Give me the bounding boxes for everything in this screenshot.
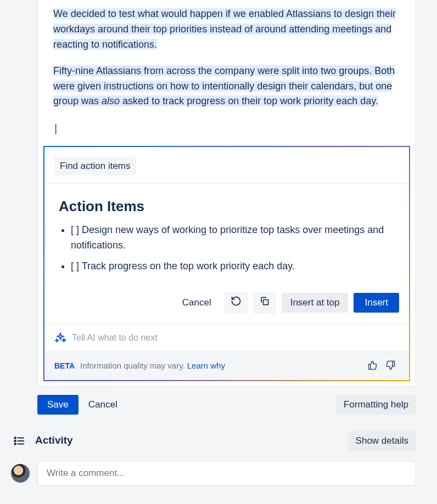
- ai-suggestion-panel: Find action items Action Items [ ] Desig…: [43, 146, 410, 381]
- copy-button[interactable]: [253, 292, 276, 314]
- svg-point-3: [14, 440, 16, 441]
- insert-button[interactable]: Insert: [354, 293, 399, 313]
- ai-action-bar: Cancel Insert at top Insert: [44, 280, 409, 324]
- copy-icon: [259, 296, 270, 309]
- ai-info-text: Information quality may vary.: [80, 360, 185, 372]
- retry-button[interactable]: [225, 292, 248, 314]
- retry-icon: [231, 296, 242, 309]
- paragraph-2-post: asked to track progress on their top wor…: [120, 95, 378, 106]
- list-item: [ ] Design new ways of working to priori…: [71, 223, 395, 253]
- svg-point-1: [14, 437, 16, 439]
- insert-at-top-button[interactable]: Insert at top: [282, 293, 349, 313]
- show-details-button[interactable]: Show details: [348, 431, 416, 451]
- thumbs-down-icon: [385, 364, 396, 372]
- comment-row: [11, 461, 416, 486]
- ai-footer: BETA Information quality may vary. Learn…: [44, 352, 409, 380]
- beta-badge: BETA: [54, 360, 75, 372]
- activity-title: Activity: [35, 433, 73, 449]
- editor-panel: We decided to test what would happen if …: [37, 0, 416, 387]
- action-items-list: [ ] Design new ways of working to priori…: [59, 223, 395, 274]
- cancel-edit-button[interactable]: Cancel: [88, 399, 117, 410]
- ai-tab-row: Find action items: [44, 147, 409, 183]
- thumbs-up-icon: [367, 364, 378, 372]
- ai-response-body: Action Items [ ] Design new ways of work…: [44, 184, 409, 274]
- save-button[interactable]: Save: [37, 395, 79, 415]
- thumbs-down-button[interactable]: [382, 358, 399, 375]
- ai-active-command-chip[interactable]: Find action items: [54, 157, 136, 175]
- cancel-button[interactable]: Cancel: [175, 293, 219, 313]
- comment-input[interactable]: [37, 461, 416, 486]
- ai-followup-input[interactable]: [72, 333, 399, 343]
- activity-header-row: Activity Show details: [11, 431, 416, 451]
- ai-response-heading: Action Items: [59, 196, 395, 217]
- text-cursor: |: [53, 120, 400, 137]
- document-text[interactable]: We decided to test what would happen if …: [38, 0, 416, 146]
- activity-icon: [11, 435, 27, 447]
- avatar: [11, 464, 30, 483]
- thumbs-up-button[interactable]: [364, 358, 382, 375]
- list-item: [ ] Track progress on the top work prior…: [71, 259, 395, 274]
- learn-why-link[interactable]: Learn why: [187, 360, 225, 372]
- ai-prompt-row: [44, 324, 409, 352]
- save-bar: Save Cancel Formatting help: [37, 395, 416, 415]
- ai-sparkle-icon: [54, 332, 66, 344]
- paragraph-2-em: also: [102, 95, 120, 106]
- formatting-help-button[interactable]: Formatting help: [336, 395, 416, 415]
- paragraph-1: We decided to test what would happen if …: [53, 8, 396, 50]
- svg-rect-0: [263, 300, 268, 305]
- svg-point-5: [14, 443, 16, 445]
